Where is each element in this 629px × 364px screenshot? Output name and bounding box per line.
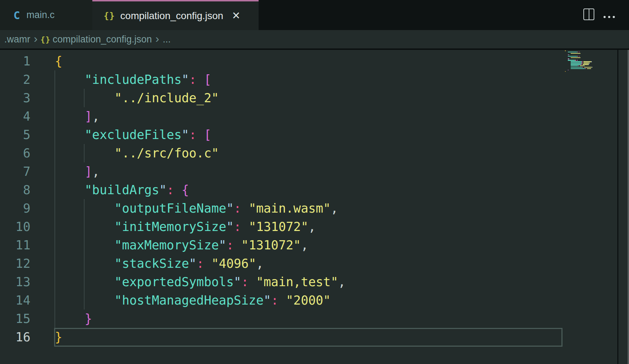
breadcrumb-symbol[interactable]: ... — [163, 34, 171, 45]
line-number: 10 — [0, 218, 30, 236]
minimap-line — [584, 67, 592, 68]
code-text: "../src/foo.c" — [30, 144, 219, 162]
vscode-window: C main.c {} compilation_config.json ✕ .w… — [0, 0, 629, 364]
line-number: 1 — [0, 52, 30, 70]
line-number: 9 — [0, 199, 30, 218]
minimap-line — [571, 68, 585, 69]
code-line[interactable]: 15 } — [0, 310, 629, 328]
code-text: "outputFileName": "main.wasm", — [30, 199, 338, 218]
close-tab-icon[interactable]: ✕ — [232, 11, 240, 21]
minimap-line — [568, 52, 577, 53]
code-text: ], — [30, 162, 99, 181]
minimap-line — [571, 67, 582, 68]
minimap-line — [571, 61, 581, 62]
code-text: "exportedSymbols": "main,test", — [30, 273, 346, 291]
minimap-line — [576, 60, 576, 61]
line-number: 8 — [0, 181, 30, 199]
minimap-line — [571, 57, 581, 58]
code-line[interactable]: 7 ], — [0, 162, 629, 181]
code-line[interactable]: 1{ — [0, 52, 629, 70]
minimap-line — [565, 71, 566, 72]
minimap-border — [617, 50, 618, 364]
split-editor-icon[interactable] — [583, 8, 594, 20]
c-file-icon: C — [13, 9, 20, 22]
minimap-line — [569, 58, 569, 59]
minimap-line — [565, 50, 566, 51]
indent-guide — [84, 199, 85, 310]
code-line[interactable]: 3 "../include_2" — [0, 89, 629, 107]
code-text: "hostManagedHeapSize": "2000" — [30, 291, 331, 310]
code-text: "../include_2" — [30, 89, 219, 107]
breadcrumb-folder[interactable]: .wamr — [4, 34, 30, 45]
code-line[interactable]: 14 "hostManagedHeapSize": "2000" — [0, 291, 629, 310]
code-text: "maxMemorySize": "131072", — [30, 236, 308, 254]
indent-guide — [54, 70, 55, 328]
tab-compilation-config-json[interactable]: {} compilation_config.json ✕ — [92, 0, 259, 30]
code-line[interactable]: 11 "maxMemorySize": "131072", — [0, 236, 629, 254]
minimap-line — [577, 60, 578, 61]
minimap-line — [579, 56, 580, 57]
minimap-line — [584, 65, 585, 67]
tab-label: compilation_config.json — [120, 10, 223, 22]
minimap-line — [571, 53, 581, 54]
line-number: 14 — [0, 291, 30, 310]
json-file-icon: {} — [40, 35, 51, 44]
line-number: 4 — [0, 107, 30, 126]
code-line[interactable]: 13 "exportedSymbols": "main,test", — [0, 273, 629, 291]
chevron-right-icon: › — [155, 32, 159, 45]
line-number: 12 — [0, 254, 30, 273]
code-text: "stackSize": "4096", — [30, 254, 264, 273]
tab-label: main.c — [27, 10, 55, 21]
minimap-line — [585, 68, 586, 69]
line-number: 15 — [0, 310, 30, 328]
code-line[interactable]: 12 "stackSize": "4096", — [0, 254, 629, 273]
minimap-line — [578, 65, 579, 67]
code-text: "initMemorySize": "131072", — [30, 218, 316, 236]
minimap[interactable] — [565, 50, 617, 75]
more-actions-icon[interactable] — [604, 16, 606, 18]
minimap-line — [571, 64, 581, 65]
line-number: 5 — [0, 126, 30, 144]
json-file-icon: {} — [104, 11, 115, 21]
minimap-line — [583, 63, 589, 64]
code-line[interactable]: 6 "../src/foo.c" — [0, 144, 629, 162]
minimap-line — [588, 64, 589, 65]
code-text: "includePaths": [ — [30, 70, 212, 89]
line-number: 3 — [0, 89, 30, 107]
minimap-line — [583, 64, 588, 65]
minimap-line — [587, 68, 591, 69]
code-line[interactable]: 5 "excludeFiles": [ — [0, 126, 629, 144]
minimap-line — [591, 61, 592, 62]
editor: 1{2 "includePaths": [3 "../include_2"4 ]… — [0, 50, 629, 364]
editor-actions — [583, 8, 616, 20]
scrollbar[interactable] — [628, 50, 629, 364]
tab-main-c[interactable]: C main.c — [0, 0, 92, 30]
line-number: 11 — [0, 236, 30, 254]
minimap-line — [568, 70, 569, 71]
minimap-line — [578, 56, 578, 57]
code-line[interactable]: 2 "includePaths": [ — [0, 70, 629, 89]
minimap-line — [579, 52, 580, 53]
minimap-line — [571, 65, 578, 67]
breadcrumb-file[interactable]: compilation_config.json — [53, 34, 152, 45]
code-line[interactable]: 8 "buildArgs": { — [0, 181, 629, 199]
minimap-line — [578, 52, 578, 53]
code-line[interactable]: 4 ], — [0, 107, 629, 126]
minimap-line — [583, 61, 591, 62]
minimap-line — [581, 64, 582, 65]
indent-guide — [84, 89, 85, 107]
line-number: 7 — [0, 162, 30, 181]
minimap-line — [592, 67, 593, 68]
code-line[interactable]: 10 "initMemorySize": "131072", — [0, 218, 629, 236]
current-line-highlight — [54, 328, 562, 347]
minimap-line — [568, 60, 575, 61]
line-number: 13 — [0, 273, 30, 291]
code-text: } — [30, 310, 92, 328]
line-number: 16 — [0, 328, 30, 346]
minimap-line — [582, 61, 583, 62]
minimap-line — [568, 56, 577, 57]
tab-bar: C main.c {} compilation_config.json ✕ — [0, 0, 629, 30]
code-line[interactable]: 9 "outputFileName": "main.wasm", — [0, 199, 629, 218]
line-number: 6 — [0, 144, 30, 162]
code-area[interactable]: 1{2 "includePaths": [3 "../include_2"4 ]… — [0, 52, 629, 346]
